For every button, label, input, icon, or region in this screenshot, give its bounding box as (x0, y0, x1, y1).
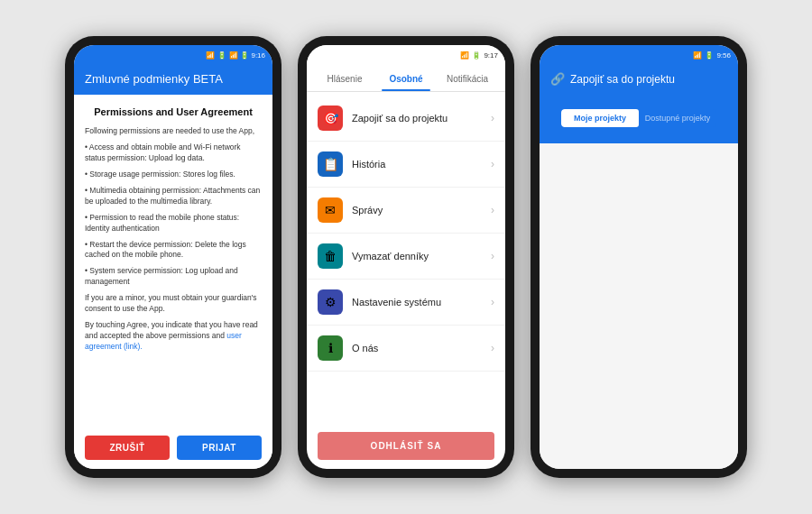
onas-icon: ℹ (318, 335, 343, 361)
phone3-content (540, 143, 738, 469)
status-icons-1: 📶 🔋 📶 🔋 9:16 (206, 51, 265, 60)
tab-osobne[interactable]: Osobné (375, 65, 437, 91)
logout-button[interactable]: ODHLÁSIŤ SA (318, 432, 494, 460)
menu-item-historia[interactable]: 📋 História › (307, 142, 505, 188)
historia-icon: 📋 (318, 151, 343, 177)
cancel-button[interactable]: ZRUŠIŤ (85, 436, 170, 460)
menu-item-vymazat[interactable]: 🗑 Vymazať denníky › (307, 234, 505, 280)
historia-label: História (352, 159, 482, 170)
nastavenie-chevron: › (491, 296, 494, 308)
bullet-1: • Access and obtain mobile and Wi-Fi net… (85, 142, 262, 164)
onas-label: O nás (352, 343, 482, 353)
phone3-header: 🔗 Zapojiť sa do projektu (540, 65, 738, 95)
zapojiit-chevron: › (491, 112, 494, 124)
status-bar-3: 📶 🔋 9:56 (540, 45, 738, 65)
accept-button[interactable]: PRIJAT (177, 436, 262, 460)
nastavenie-label: Nastavenie systému (352, 297, 482, 307)
phone1-content: Permissions and User Agreement Following… (74, 95, 272, 427)
onas-chevron: › (491, 342, 494, 354)
vymazat-label: Vymazať denníky (352, 251, 482, 262)
status-bar-2: 📶 🔋 9:17 (307, 45, 505, 65)
spravy-chevron: › (491, 204, 494, 216)
tab-dostupne-projekty[interactable]: Dostupné projekty (639, 109, 716, 127)
tab-hlasenie[interactable]: Hlásenie (314, 65, 375, 91)
menu-item-nastavenie[interactable]: ⚙ Nastavenie systému › (307, 280, 505, 326)
minor-para: If you are a minor, you must obtain your… (85, 293, 262, 315)
menu-item-onas[interactable]: ℹ O nás › (307, 326, 505, 372)
spravy-label: Správy (352, 205, 482, 216)
status-bar-1: 📶 🔋 📶 🔋 9:16 (74, 45, 272, 65)
permissions-heading: Permissions and User Agreement (85, 106, 262, 119)
nastavenie-icon: ⚙ (318, 289, 343, 315)
zapojiit-icon: 🎯 (318, 106, 343, 131)
bullet-3: • Multimedia obtaining permission: Attac… (85, 186, 262, 207)
phone1-header: Zmluvné podmienky BETA (74, 65, 272, 95)
vymazat-icon: 🗑 (318, 243, 343, 269)
phone-1: 📶 🔋 📶 🔋 9:16 Zmluvné podmienky BETA Perm… (65, 36, 281, 478)
phone3-title: Zapojiť sa do projektu (570, 73, 675, 86)
bullet-4: • Permission to read the mobile phone st… (85, 213, 262, 234)
agree-para: By touching Agree, you indicate that you… (85, 320, 262, 353)
bullet-6: • System service permission: Log upload … (85, 266, 262, 288)
phone3-tabs: Moje projekty Dostupné projekty (561, 109, 716, 127)
phone2-tabs: Hlásenie Osobné Notifikácia (307, 65, 505, 92)
historia-chevron: › (491, 158, 494, 170)
vymazat-chevron: › (491, 250, 494, 262)
bullet-5: • Restart the device permission: Delete … (85, 240, 262, 262)
phone-3: 📶 🔋 9:56 🔗 Zapojiť sa do projektu Moje p… (531, 36, 747, 478)
bullet-2: • Storage usage permission: Stores log f… (85, 170, 262, 180)
tab-moje-projekty[interactable]: Moje projekty (561, 109, 639, 127)
menu-item-spravy[interactable]: ✉ Správy › (307, 188, 505, 234)
zapojiit-label: Zapojiť sa do projektu (352, 113, 482, 124)
menu-list: 🎯 Zapojiť sa do projektu › 📋 História › … (307, 92, 505, 423)
tab-notifikacia[interactable]: Notifikácia (437, 65, 498, 91)
intro-para: Following permissions are needed to use … (85, 126, 262, 137)
join-project-icon: 🔗 (550, 72, 565, 86)
phone1-footer: ZRUŠIŤ PRIJAT (74, 427, 272, 469)
menu-item-zapojiit[interactable]: 🎯 Zapojiť sa do projektu › (307, 96, 505, 142)
spravy-icon: ✉ (318, 197, 343, 223)
phone-2: 📶 🔋 9:17 Hlásenie Osobné Notifikácia 🎯 Z… (298, 36, 514, 478)
